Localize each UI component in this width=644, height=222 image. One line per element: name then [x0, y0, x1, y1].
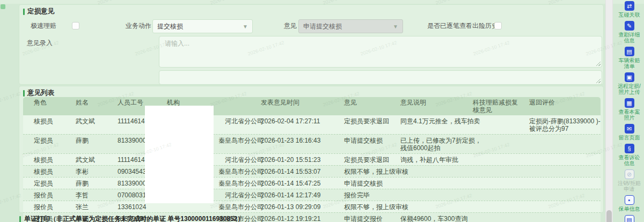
resize-handle[interactable]: [596, 61, 601, 66]
cell-tech-review: [462, 201, 518, 212]
business-action-value: 提交核损: [157, 22, 183, 31]
cell-tech-review: [462, 166, 518, 177]
column-header: 科技理赔减损复核意见: [462, 97, 518, 115]
sidebar-item-label: 车辆索赔清单: [617, 57, 642, 69]
panel-loss-opinion: 定损意见 极速理赔 业务动作 提交核损 ▼ 意见 申请提交核损 ▼ 是否已逐笔查…: [19, 4, 604, 85]
sidebar-item-label: 远程定损/照片上传: [617, 83, 642, 95]
sidebar-item[interactable]: ▣远程定损/照片上传: [617, 72, 642, 95]
opinion-entry-textarea[interactable]: 请输入...: [159, 36, 602, 68]
panel-loss-opinion-title: 定损意见: [23, 7, 54, 16]
cell-opinion: 申请提交核损: [333, 135, 390, 153]
table-row[interactable]: 核损员李彬09034543秦皇岛市分公司2026-01-14 15:53:07权…: [23, 165, 601, 177]
sidebar-item[interactable]: ▪保单信息: [617, 195, 642, 212]
title-accent-bar: [23, 9, 25, 15]
message-page-icon: ✉: [625, 124, 634, 134]
panel-title-text: 定损意见: [27, 7, 54, 16]
sidebar-item-label: 注销/拒赔申请: [617, 180, 642, 192]
table-body: 核损员武文斌11114614河北省分公司2026-02-04 17:27:11定…: [23, 115, 601, 222]
sidebar-item[interactable]: ⇄互碰关联: [617, 1, 642, 18]
history-check-label: 是否已逐笔查看出险历史: [427, 21, 498, 31]
fast-claim-checkbox[interactable]: [72, 22, 79, 29]
cell-return-eval: [518, 166, 601, 177]
table-row[interactable]: 报价员张兰13361024秦皇岛市分公司2026-01-13 09:29:09权…: [23, 201, 601, 212]
cell-opinion: 定损员要求退回: [333, 154, 390, 165]
fast-claim-label: 极速理赔: [31, 21, 56, 31]
vertical-scrollbar[interactable]: [605, 0, 613, 222]
sidebar-item[interactable]: §查看诉讼信息: [617, 144, 642, 166]
table-row[interactable]: 报价员李哲07008031河北省分公司2026-01-14 12:17:49报价…: [23, 189, 601, 201]
cell-description: [390, 201, 462, 212]
cell-tech-review: [462, 177, 518, 189]
cell-opinion: 申请提交报价: [333, 213, 390, 222]
survey-detail-icon: ✎: [625, 21, 634, 31]
title-accent-bar: [19, 216, 21, 222]
sidebar-item-label: 留言页面: [617, 135, 642, 140]
sidebar-item-label: 查看诉讼信息: [617, 154, 642, 166]
photo-upload-icon: ▣: [625, 72, 634, 82]
vehicle-claim-list-icon: ▤: [625, 47, 634, 56]
chevron-down-icon: ▼: [243, 24, 248, 29]
business-action-select[interactable]: 提交核损 ▼: [152, 19, 253, 33]
cell-time: 2026-01-20 15:51:23: [250, 154, 333, 165]
cell-name: 武文斌: [65, 154, 107, 165]
cell-return-eval: 定损岗-薛鹏(81339000 )-被评总分为97: [518, 115, 601, 134]
cell-return-eval: [518, 213, 601, 222]
cell-return-eval: [518, 189, 601, 201]
table-row[interactable]: 定损员薛鹏81339000秦皇岛市分公司2026-01-23 16:16:43申…: [23, 134, 601, 153]
top-strip: [0, 0, 644, 4]
sidebar-item[interactable]: ✎查勘详细信息: [617, 21, 642, 43]
mutual-collision-link-icon: ⇄: [625, 1, 634, 11]
sidebar-item-label: 互碰关联: [617, 12, 642, 18]
opinion-entry-label: 意见录入: [27, 38, 53, 48]
opinion-table: 角色姓名人员工号机构发表意见时间意见意见说明科技理赔减损复核意见退回评价 核损员…: [23, 97, 601, 222]
cell-name: 薛鹏: [65, 177, 107, 189]
table-row[interactable]: 核损员武文斌11114614河北省分公司2026-02-04 17:27:11定…: [23, 115, 601, 134]
litigation-info-icon: §: [625, 144, 634, 153]
chevron-down-icon: ▼: [393, 24, 398, 29]
cell-role: 核损员: [23, 115, 65, 134]
cell-description: 已上传，已修改为7折定损，残值6000起拍: [390, 135, 462, 153]
cell-tech-review: [462, 115, 518, 134]
cell-time: 2026-02-04 17:27:11: [250, 115, 333, 134]
cell-tech-review: [462, 213, 518, 222]
column-header: 意见说明: [390, 97, 462, 115]
cell-role: 定损员: [23, 135, 65, 153]
cell-opinion: 定损员要求退回: [333, 115, 390, 134]
table-row[interactable]: 核损员武文斌11114614河北省分公司2026-01-20 15:51:23定…: [23, 153, 601, 165]
secondary-textarea[interactable]: [159, 70, 602, 85]
case-photos-icon: ▦: [625, 98, 634, 108]
history-check-checkbox[interactable]: [494, 22, 502, 29]
resize-handle[interactable]: [596, 78, 601, 83]
panel-opinion-list: 意见列表 角色姓名人员工号机构发表意见时间意见意见说明科技理赔减损复核意见退回评…: [19, 86, 604, 213]
scrollbar-thumb[interactable]: [606, 210, 612, 222]
cell-opinion: 申请提交核损: [333, 177, 390, 189]
cell-tech-review: [462, 135, 518, 153]
cell-description: [390, 177, 462, 189]
table-row[interactable]: 定损员薛鹏81339000秦皇岛市分公司2026-01-14 15:47:25申…: [23, 177, 601, 189]
cell-return-eval: [518, 154, 601, 165]
cell-role: 核损员: [23, 166, 65, 177]
sidebar-item-label: 查勘详细信息: [617, 32, 642, 43]
column-header: 发表意见时间: [250, 97, 333, 115]
sidebar-item[interactable]: ✉留言页面: [617, 124, 642, 140]
cell-return-eval: [518, 135, 601, 153]
cell-description: [390, 166, 462, 177]
claim-loss-page: 2026-02-10 17:422026-02-10 17:422026-02-…: [0, 0, 644, 222]
document-print-title: 单证打印（非正式单证为定损任务未完成时的单证 单号130000011693085…: [19, 214, 244, 222]
sidebar-item[interactable]: ▤车辆索赔清单: [617, 47, 642, 69]
policy-info-icon: ▪: [625, 195, 634, 205]
opinion-select: 申请提交核损 ▼: [298, 19, 403, 33]
sidebar-item[interactable]: ▤: [625, 215, 634, 222]
action-sidebar: ⇄互碰关联✎查勘详细信息▤车辆索赔清单▣远程定损/照片上传▦查看本案照片✉留言页…: [614, 0, 644, 222]
cell-description: 询残，补超八年审批: [390, 154, 462, 165]
sidebar-item[interactable]: ▦查看本案照片: [617, 98, 642, 121]
title-accent-bar: [23, 90, 25, 97]
cell-role: 报价员: [23, 201, 65, 212]
column-header: 角色: [23, 97, 65, 115]
column-header: 退回评价: [518, 97, 601, 115]
cell-role: 定损员: [23, 177, 65, 189]
redaction-overlay: [145, 106, 214, 203]
cell-name: 武文斌: [65, 115, 107, 134]
cell-return-eval: [518, 201, 601, 212]
corner-marker: [1, 4, 5, 9]
